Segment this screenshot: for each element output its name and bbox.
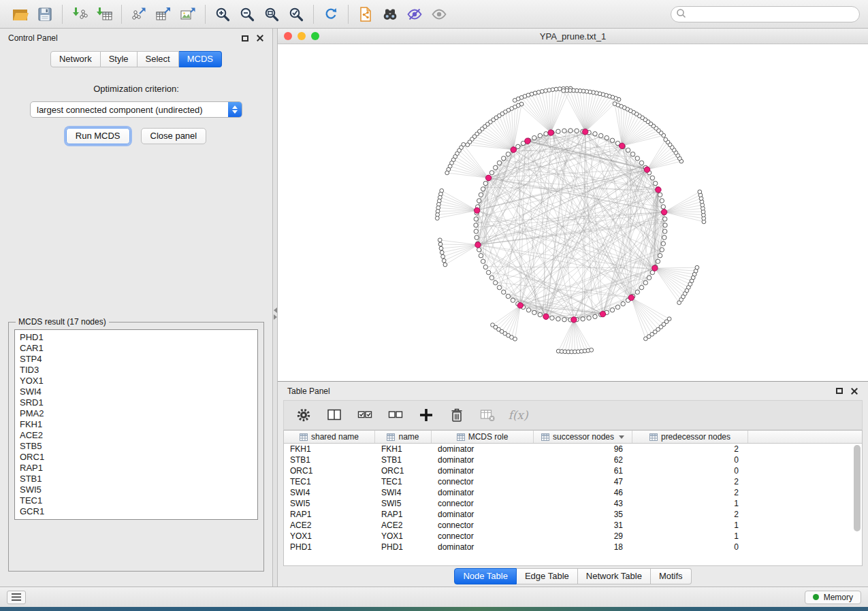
- mcds-result-item[interactable]: SWI5: [20, 484, 253, 495]
- network-window-title: YPA_prune.txt_1: [278, 31, 868, 42]
- mcds-result-item[interactable]: STB5: [20, 441, 253, 452]
- column-header-shared-name[interactable]: shared name: [284, 431, 375, 443]
- export-image-icon[interactable]: [176, 3, 200, 25]
- table-panel-title: Table Panel: [287, 386, 330, 396]
- function-builder-icon: f(x): [509, 406, 527, 424]
- minimize-window-button[interactable]: [298, 32, 306, 40]
- mcds-result-item[interactable]: RAP1: [20, 463, 253, 474]
- export-network-icon[interactable]: [127, 3, 151, 25]
- add-column-icon[interactable]: [417, 406, 435, 424]
- mcds-result-item[interactable]: TID3: [20, 365, 253, 376]
- network-graph[interactable]: [278, 44, 868, 381]
- mcds-result-item[interactable]: PHD1: [20, 332, 253, 343]
- table-row[interactable]: SWI4SWI4dominator462: [284, 487, 862, 498]
- tab-style[interactable]: Style: [101, 51, 138, 67]
- chevron-down-icon[interactable]: [619, 435, 624, 439]
- mcds-result-item[interactable]: ORC1: [20, 452, 253, 463]
- zoom-selected-icon[interactable]: [284, 3, 308, 25]
- delete-column-trash-icon[interactable]: [448, 406, 466, 424]
- tab-select[interactable]: Select: [138, 51, 179, 67]
- mcds-result-item[interactable]: STP4: [20, 354, 253, 365]
- import-table-icon[interactable]: [92, 3, 116, 25]
- zoom-out-icon[interactable]: [235, 3, 259, 25]
- control-panel-tabs: NetworkStyleSelectMCDS: [0, 51, 272, 67]
- table-scrollbar[interactable]: [853, 444, 861, 564]
- mcds-result-item[interactable]: FKH1: [20, 419, 253, 430]
- table-row[interactable]: ORC1ORC1dominator610: [284, 465, 862, 476]
- maximize-window-button[interactable]: [311, 32, 319, 40]
- close-table-panel-icon[interactable]: [850, 387, 858, 395]
- tab-mcds[interactable]: MCDS: [179, 51, 222, 67]
- show-columns-icon[interactable]: [325, 406, 343, 424]
- table-cell: 2: [632, 444, 748, 455]
- refresh-icon[interactable]: [319, 3, 343, 25]
- close-panel-button[interactable]: Close panel: [141, 128, 207, 144]
- export-web-icon[interactable]: [353, 3, 378, 25]
- import-network-icon[interactable]: [67, 3, 92, 25]
- collapse-left-icon[interactable]: [274, 308, 277, 313]
- table-row[interactable]: YOX1YOX1connector291: [284, 531, 862, 542]
- table-settings-gear-icon[interactable]: [295, 406, 312, 424]
- mcds-result-item[interactable]: TEC1: [20, 495, 253, 506]
- panel-split-divider[interactable]: [272, 29, 278, 587]
- table-row[interactable]: FKH1FKH1dominator962: [284, 444, 862, 455]
- open-folder-icon[interactable]: [8, 3, 33, 25]
- float-panel-icon[interactable]: [242, 35, 248, 42]
- float-table-panel-icon[interactable]: [836, 388, 843, 394]
- desktop-wallpaper-strip: [0, 607, 868, 611]
- memory-button[interactable]: Memory: [805, 591, 861, 604]
- deselect-all-icon[interactable]: [387, 406, 404, 424]
- search-input[interactable]: [690, 10, 854, 19]
- select-all-icon[interactable]: [356, 406, 374, 424]
- mcds-result-item[interactable]: ACE2: [20, 430, 253, 441]
- table-cell: dominator: [432, 455, 534, 465]
- table-cell: 47: [534, 476, 632, 487]
- tab-node-table[interactable]: Node Table: [454, 568, 517, 584]
- mcds-result-list[interactable]: PHD1CAR1STP4TID3YOX1SWI4SRD1PMA2FKH1ACE2…: [14, 329, 258, 520]
- mcds-result-item[interactable]: CAR1: [20, 343, 253, 354]
- column-header-predecessor-nodes[interactable]: predecessor nodes: [632, 431, 748, 443]
- column-header-name[interactable]: name: [375, 431, 432, 443]
- hide-details-eye-slash-icon[interactable]: [402, 3, 427, 25]
- close-panel-icon[interactable]: [256, 34, 264, 42]
- table-cell: SWI5: [375, 498, 432, 509]
- optimization-criterion-select[interactable]: largest connected component (undirected): [30, 101, 242, 118]
- table-cell: connector: [432, 531, 534, 542]
- export-table-icon[interactable]: [151, 3, 176, 25]
- show-hide-panels-button[interactable]: [7, 591, 26, 604]
- mcds-result-item[interactable]: SWI4: [20, 386, 253, 397]
- find-binoculars-icon[interactable]: [378, 3, 402, 25]
- collapse-right-icon[interactable]: [274, 314, 277, 320]
- table-row[interactable]: STB1STB1dominator620: [284, 455, 862, 465]
- select-stepper-icon: [228, 102, 242, 117]
- column-header-successor-nodes[interactable]: successor nodes: [534, 431, 632, 443]
- table-scrollbar-thumb[interactable]: [854, 445, 861, 531]
- table-cell: 29: [534, 531, 632, 542]
- table-cell: 0: [632, 465, 748, 476]
- save-icon[interactable]: [33, 3, 57, 25]
- table-row[interactable]: ACE2ACE2connector311: [284, 520, 862, 531]
- table-row[interactable]: RAP1RAP1dominator352: [284, 509, 862, 520]
- search-field[interactable]: [671, 6, 860, 22]
- table-cell: 18: [534, 542, 632, 552]
- tab-network-table[interactable]: Network Table: [578, 568, 651, 584]
- table-cell: PHD1: [375, 542, 432, 552]
- mcds-result-item[interactable]: GCR1: [20, 506, 253, 517]
- table-row[interactable]: TEC1TEC1connector472: [284, 476, 862, 487]
- tab-network[interactable]: Network: [50, 51, 101, 67]
- zoom-in-icon[interactable]: [210, 3, 235, 25]
- mcds-result-item[interactable]: YOX1: [20, 376, 253, 386]
- mcds-result-item[interactable]: PMA2: [20, 408, 253, 419]
- tab-motifs[interactable]: Motifs: [651, 568, 692, 584]
- mcds-result-item[interactable]: SRD1: [20, 397, 253, 408]
- tab-edge-table[interactable]: Edge Table: [517, 568, 578, 584]
- table-row[interactable]: PHD1PHD1dominator180: [284, 542, 862, 552]
- close-window-button[interactable]: [284, 32, 292, 40]
- table-cell: 2: [632, 509, 748, 520]
- mcds-result-item[interactable]: STB1: [20, 474, 253, 484]
- show-details-eye-icon[interactable]: [427, 3, 451, 25]
- column-header-MCDS-role[interactable]: MCDS role: [432, 431, 534, 443]
- table-row[interactable]: SWI5SWI5connector431: [284, 498, 862, 509]
- run-mcds-button[interactable]: Run MCDS: [66, 128, 130, 144]
- zoom-fit-icon[interactable]: [259, 3, 284, 25]
